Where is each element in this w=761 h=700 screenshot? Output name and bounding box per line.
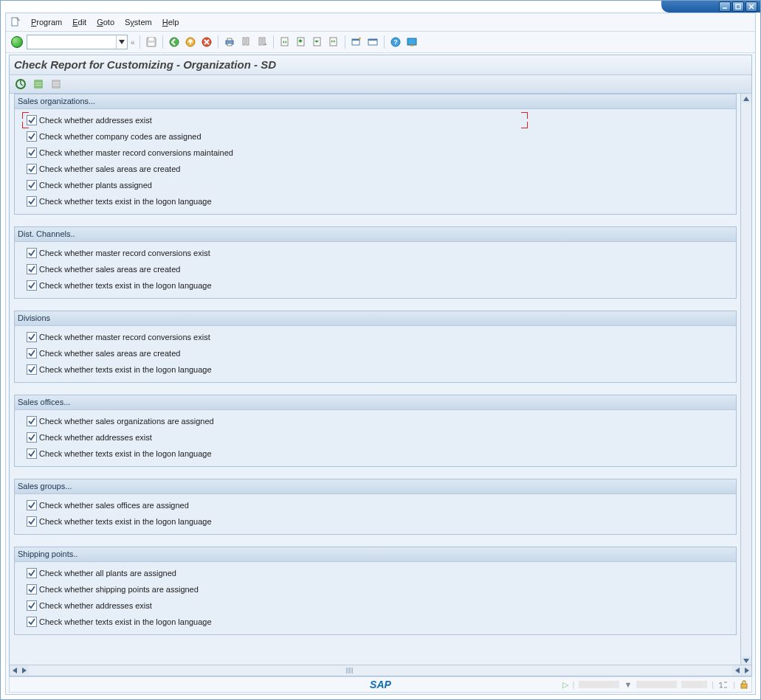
checkbox[interactable]: [27, 516, 37, 527]
find-next-button[interactable]: [255, 35, 269, 49]
svg-rect-15: [247, 38, 249, 45]
page-title: Check Report for Customizing - Organizat…: [10, 55, 751, 75]
svg-text:?: ?: [393, 38, 398, 46]
group-header: Sales offices...: [15, 395, 736, 410]
group: Shipping points..Check whether all plant…: [14, 547, 737, 635]
layout-button[interactable]: [366, 35, 379, 49]
play-icon[interactable]: ▷: [562, 680, 568, 690]
statusbar: SAP ▷ | ▼ | |: [9, 676, 752, 693]
scrollbar-track-h[interactable]: [29, 665, 732, 676]
svg-rect-17: [263, 38, 265, 45]
checkbox[interactable]: [27, 248, 37, 258]
status-field-2: [636, 681, 677, 688]
enter-button[interactable]: [10, 35, 24, 49]
check-row: Check whether addresses exist: [27, 597, 730, 614]
checkbox[interactable]: [27, 364, 37, 375]
svg-rect-28: [407, 38, 416, 45]
new-session-button[interactable]: [350, 35, 363, 49]
group-header: Divisions: [15, 311, 736, 326]
check-row: Check whether sales offices are assigned: [27, 497, 730, 513]
scroll-area: Sales organizations...Check whether addr…: [10, 94, 741, 665]
svg-rect-13: [227, 44, 232, 46]
group-body: Check whether all plants are assignedChe…: [15, 562, 736, 634]
checkbox-label: Check whether addresses exist: [39, 433, 152, 442]
checkbox[interactable]: [27, 600, 37, 611]
checkbox[interactable]: [27, 148, 37, 158]
checkbox-label: Check whether texts exist in the logon l…: [39, 517, 212, 526]
vertical-scrollbar[interactable]: [740, 94, 751, 665]
help-button[interactable]: ?: [389, 35, 402, 49]
checkbox[interactable]: [27, 500, 37, 510]
last-page-button[interactable]: [327, 35, 340, 49]
checkbox[interactable]: [27, 180, 37, 190]
svg-rect-16: [259, 38, 261, 45]
document-icon[interactable]: [10, 17, 21, 27]
write-mode-icon[interactable]: [718, 680, 729, 689]
checkbox-label: Check whether all plants are assigned: [39, 569, 176, 578]
maximize-button[interactable]: [732, 1, 744, 12]
checkbox[interactable]: [27, 280, 37, 291]
svg-rect-14: [243, 38, 245, 45]
checkbox[interactable]: [27, 348, 37, 358]
status-dropdown-icon[interactable]: ▼: [624, 680, 632, 689]
checkbox[interactable]: [27, 196, 37, 207]
check-row: Check whether sales areas are created: [27, 261, 730, 277]
execute-button[interactable]: [14, 77, 27, 91]
check-row: Check whether master record conversions …: [27, 145, 730, 161]
checkbox-label: Check whether texts exist in the logon l…: [39, 197, 212, 206]
scroll-left-icon-2[interactable]: [732, 665, 742, 676]
checkbox-label: Check whether shipping points are assign…: [39, 585, 199, 594]
checkbox-label: Check whether sales areas are created: [39, 164, 180, 173]
check-row: Check whether texts exist in the logon l…: [27, 446, 730, 462]
checkbox-label: Check whether sales offices are assigned: [39, 501, 189, 510]
checkbox[interactable]: [27, 432, 37, 443]
checkbox[interactable]: [27, 617, 37, 627]
minimize-button[interactable]: [719, 1, 731, 12]
check-row: Check whether sales areas are created: [27, 345, 730, 361]
statusbar-right: ▷ | ▼ | |: [562, 680, 748, 690]
checkbox[interactable]: [27, 568, 37, 578]
command-field[interactable]: [27, 35, 128, 49]
prev-page-button[interactable]: [295, 35, 308, 49]
lock-icon[interactable]: [740, 680, 748, 689]
first-page-button[interactable]: [278, 35, 292, 49]
scroll-up-icon[interactable]: [741, 94, 751, 103]
save-button[interactable]: [145, 35, 158, 49]
find-button[interactable]: [239, 35, 252, 49]
checkbox[interactable]: [27, 416, 37, 426]
local-layout-button[interactable]: [405, 35, 419, 49]
select-all-button[interactable]: [32, 77, 45, 91]
checkbox[interactable]: [27, 584, 37, 595]
svg-rect-18: [281, 38, 288, 46]
checkbox[interactable]: [27, 448, 37, 459]
group: Sales groups...Check whether sales offic…: [14, 479, 737, 535]
back-button[interactable]: [168, 35, 181, 49]
scrollbar-track[interactable]: [741, 103, 751, 656]
checkbox[interactable]: [27, 164, 37, 174]
exit-button[interactable]: [184, 35, 197, 49]
horizontal-scrollbar[interactable]: [10, 665, 751, 676]
checkbox[interactable]: [27, 332, 37, 342]
menu-edit[interactable]: Edit: [72, 13, 86, 31]
svg-rect-29: [410, 45, 414, 46]
checkbox-label: Check whether addresses exist: [39, 601, 152, 610]
scroll-left-icon[interactable]: [10, 665, 19, 676]
check-row: Check whether addresses exist: [27, 112, 730, 128]
menu-system[interactable]: System: [125, 13, 152, 31]
window-inner: Program Edit Goto System Help «: [5, 13, 756, 695]
close-button[interactable]: [745, 1, 757, 12]
checkbox[interactable]: [27, 131, 37, 142]
next-page-button[interactable]: [311, 35, 324, 49]
collapse-icon[interactable]: «: [131, 38, 135, 46]
check-row: Check whether texts exist in the logon l…: [27, 614, 730, 630]
menu-program[interactable]: Program: [31, 13, 62, 31]
scroll-right-icon[interactable]: [19, 665, 29, 676]
status-sep: |: [712, 680, 714, 689]
cancel-button[interactable]: [200, 35, 213, 49]
menu-goto[interactable]: Goto: [97, 13, 114, 31]
checkbox[interactable]: [27, 264, 37, 274]
menu-help[interactable]: Help: [162, 13, 179, 31]
scroll-right-icon-2[interactable]: [742, 665, 751, 676]
print-button[interactable]: [223, 35, 236, 49]
deselect-all-button[interactable]: [49, 77, 63, 91]
